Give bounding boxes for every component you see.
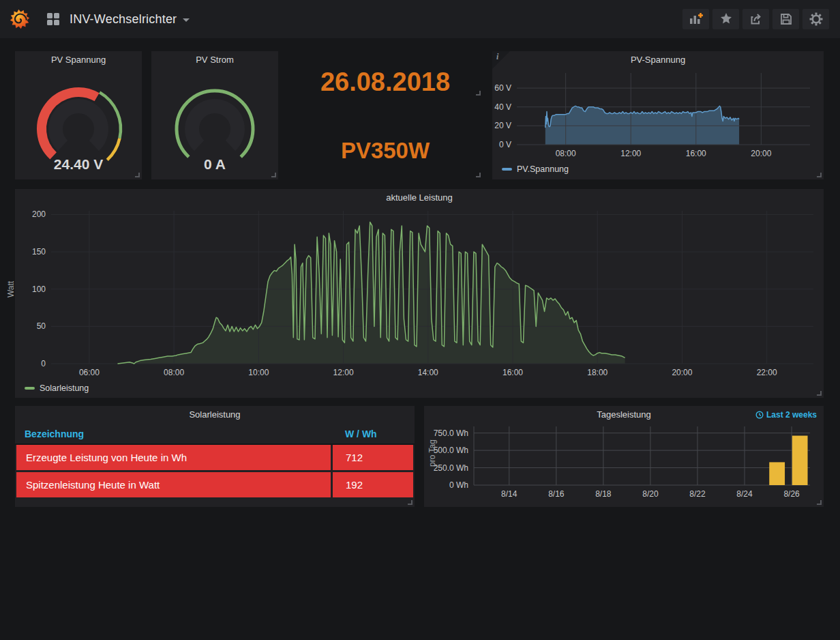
- legend-solarleistung[interactable]: Solarleistung: [25, 383, 89, 393]
- dashboard-title: INV-Wechselrichter: [70, 12, 177, 27]
- panel-pv-spannung-gauge: PV Spannung 24.40 V: [15, 51, 142, 179]
- svg-text:8/22: 8/22: [689, 489, 706, 499]
- svg-text:200: 200: [32, 209, 46, 219]
- column-header-bezeichnung[interactable]: Bezeichnung: [15, 428, 332, 439]
- svg-text:20:00: 20:00: [672, 368, 692, 377]
- table-cell-value: 712: [333, 445, 413, 470]
- add-panel-icon: [688, 12, 704, 27]
- table-cell-value: 192: [333, 472, 413, 497]
- y-axis-label: pro Tag: [427, 439, 437, 467]
- save-button[interactable]: [772, 9, 799, 29]
- panel-title[interactable]: aktuelle Leistung: [15, 189, 824, 207]
- star-icon: [719, 12, 734, 27]
- solar-power-chart-plot[interactable]: 06:0008:0010:0012:0014:0016:0018:0020:00…: [15, 207, 824, 379]
- gauge-value: 0 A: [151, 156, 278, 173]
- clock-icon: [755, 411, 764, 419]
- inverter-name-text: PV350W: [288, 102, 483, 179]
- svg-text:8/26: 8/26: [783, 489, 800, 499]
- panel-title[interactable]: PV-Spannung: [492, 51, 824, 69]
- panel-resize-handle[interactable]: [817, 391, 822, 396]
- svg-text:08:00: 08:00: [164, 368, 184, 377]
- panel-tagesleistung-chart: Tagesleistung Last 2 weeks pro Tag 8/148…: [424, 406, 824, 507]
- date-text: 26.08.2018: [288, 51, 483, 98]
- legend-pv-spannung[interactable]: PV.Spannung: [502, 164, 569, 174]
- panel-pv-voltage-chart: i PV-Spannung 08:0012:0016:0020:000 V20 …: [492, 51, 824, 179]
- time-range-label[interactable]: Last 2 weeks: [755, 410, 817, 420]
- svg-text:06:00: 06:00: [79, 368, 100, 377]
- table-header-row: Bezeichnung W / Wh: [15, 424, 415, 445]
- panel-title[interactable]: PV Strom: [151, 51, 278, 69]
- svg-text:16:00: 16:00: [502, 368, 523, 377]
- svg-text:8/24: 8/24: [736, 489, 753, 499]
- panel-resize-handle[interactable]: [817, 173, 822, 177]
- svg-text:8/16: 8/16: [548, 489, 565, 499]
- navbar: INV-Wechselrichter: [0, 0, 840, 38]
- svg-text:8/14: 8/14: [501, 489, 518, 499]
- svg-text:22:00: 22:00: [757, 368, 777, 377]
- table-cell-label: Spitzenleistung Heute in Watt: [16, 472, 331, 497]
- svg-text:16:00: 16:00: [686, 149, 706, 158]
- svg-text:100: 100: [32, 285, 46, 294]
- table-row: Spitzenleistung Heute in Watt 192: [16, 472, 413, 497]
- panel-name-text: PV350W: [288, 102, 483, 179]
- share-icon: [749, 12, 764, 27]
- pv-voltage-chart-plot[interactable]: 08:0012:0016:0020:000 V20 V40 V60 V: [492, 69, 824, 159]
- svg-text:08:00: 08:00: [556, 149, 576, 158]
- svg-text:0 Wh: 0 Wh: [449, 480, 468, 490]
- svg-text:10:00: 10:00: [248, 368, 269, 377]
- svg-text:20:00: 20:00: [751, 149, 771, 158]
- panel-resize-handle[interactable]: [476, 91, 481, 96]
- panel-resize-handle[interactable]: [476, 173, 481, 177]
- pv-spannung-gauge: 24.40 V: [15, 69, 142, 179]
- svg-text:20 V: 20 V: [494, 121, 511, 130]
- panel-solarleistung-table: Solarleistung Bezeichnung W / Wh Erzeugt…: [15, 406, 415, 507]
- settings-button[interactable]: [802, 9, 829, 29]
- dashboard-title-dropdown[interactable]: INV-Wechselrichter: [70, 12, 190, 27]
- panel-resize-handle[interactable]: [817, 500, 822, 505]
- add-panel-button[interactable]: [682, 9, 709, 29]
- svg-text:8/18: 8/18: [595, 489, 612, 499]
- dashboard-grid-icon[interactable]: [46, 12, 60, 26]
- table-cell-label: Erzeugte Leistung von Heute in Wh: [16, 445, 331, 470]
- panel-title[interactable]: PV Spannung: [15, 51, 142, 69]
- pv-strom-gauge: 0 A: [151, 69, 278, 179]
- share-button[interactable]: [742, 9, 769, 29]
- gear-icon: [809, 12, 824, 27]
- panel-resize-handle[interactable]: [135, 173, 140, 177]
- panel-solar-power-chart: aktuelle Leistung Watt 06:0008:0010:0012…: [15, 189, 824, 398]
- svg-text:50: 50: [37, 321, 46, 331]
- star-button[interactable]: [712, 9, 739, 29]
- svg-text:12:00: 12:00: [333, 368, 354, 377]
- chevron-down-icon: [183, 18, 190, 22]
- save-icon: [779, 12, 794, 27]
- tagesleistung-chart-plot[interactable]: 8/148/168/188/208/228/248/260 Wh250.0 Wh…: [424, 424, 824, 503]
- svg-text:0: 0: [41, 359, 46, 368]
- svg-text:750.0 Wh: 750.0 Wh: [434, 428, 468, 438]
- svg-text:150: 150: [32, 247, 46, 257]
- grafana-logo[interactable]: [10, 9, 30, 29]
- svg-text:18:00: 18:00: [587, 368, 608, 377]
- svg-text:40 V: 40 V: [494, 102, 511, 112]
- panel-date-text: 26.08.2018: [288, 51, 483, 98]
- panel-info-icon[interactable]: i: [492, 51, 510, 69]
- legend-color-dash: [25, 387, 35, 390]
- legend-color-dash: [502, 168, 512, 171]
- svg-text:12:00: 12:00: [620, 149, 641, 158]
- gauge-value: 24.40 V: [15, 156, 142, 173]
- panel-title[interactable]: Solarleistung: [15, 406, 415, 424]
- svg-text:14:00: 14:00: [418, 368, 438, 377]
- panel-pv-strom-gauge: PV Strom 0 A: [151, 51, 278, 179]
- panel-resize-handle[interactable]: [271, 173, 276, 177]
- table-row: Erzeugte Leistung von Heute in Wh 712: [16, 445, 413, 470]
- y-axis-label: Watt: [6, 281, 16, 297]
- svg-text:0 V: 0 V: [499, 140, 511, 149]
- svg-text:60 V: 60 V: [494, 83, 511, 93]
- panel-resize-handle[interactable]: [408, 500, 412, 505]
- column-header-w-wh[interactable]: W / Wh: [332, 428, 415, 439]
- svg-text:8/20: 8/20: [642, 489, 659, 499]
- svg-text:500.0 Wh: 500.0 Wh: [434, 446, 468, 455]
- svg-text:250.0 Wh: 250.0 Wh: [434, 463, 468, 473]
